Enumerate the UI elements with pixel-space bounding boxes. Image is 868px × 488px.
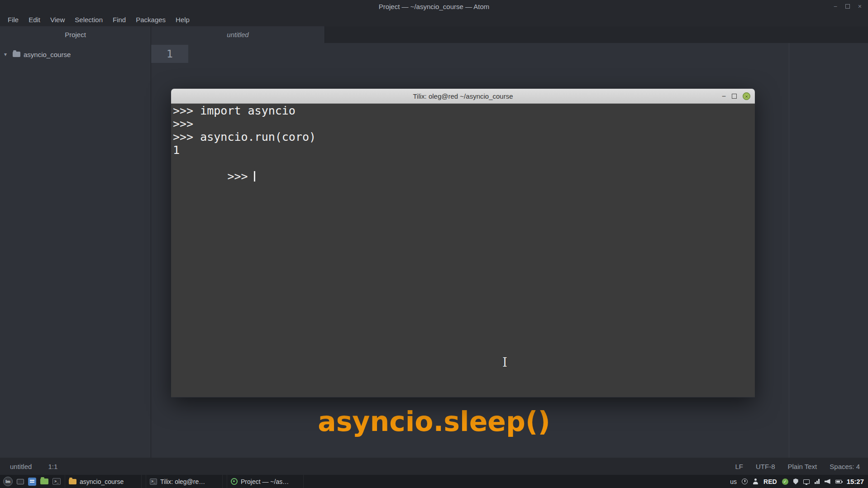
menu-packages[interactable]: Packages [131,16,171,24]
tree-item-label: asyncio_course [24,51,71,58]
network-icon[interactable] [803,479,810,484]
tree-view-panel: Project ▾ asyncio_course [0,26,151,458]
battery-icon[interactable] [835,480,842,483]
terminal-launcher-icon[interactable]: >_ [52,478,61,485]
status-file-name: untitled [10,463,32,470]
menu-find[interactable]: Find [108,16,131,24]
shield-icon[interactable] [793,478,798,484]
tree-view-header: Project [0,26,151,43]
terminal-restore-icon[interactable] [732,94,737,99]
terminal-prompt: >>> [227,170,248,183]
taskbar-window-label: asyncio_course [80,478,124,485]
terminal-close-icon[interactable]: × [743,92,750,100]
status-bar-left: untitled 1:1 [10,463,57,470]
atom-window-title: Project — ~/asyncio_course — Atom [379,3,490,10]
status-line-ending[interactable]: LF [735,463,744,470]
menu-file[interactable]: File [3,16,24,24]
system-tray: us RED ✓ 15:27 [730,478,865,485]
folder-icon [69,479,76,484]
keyboard-layout-indicator[interactable]: us [730,478,737,485]
terminal-output-area[interactable]: >>> import asyncio >>> >>> asyncio.run(c… [171,104,755,397]
status-grammar[interactable]: Plain Text [788,463,817,470]
terminal-titlebar[interactable]: Tilix: oleg@red ~/asyncio_course − × [171,89,755,104]
show-desktop-icon[interactable] [17,479,24,484]
taskbar-window-tilix[interactable]: >_ Tilix: oleg@re… [146,475,223,488]
close-glyph: × [745,94,748,99]
mint-menu-icon[interactable]: lm [3,477,13,486]
atom-icon [231,478,238,485]
tree-item-asyncio-course[interactable]: ▾ asyncio_course [0,48,151,60]
taskbar-window-files[interactable]: asyncio_course [65,475,142,488]
status-bar-right: LF UTF-8 Plain Text Spaces: 4 [735,463,860,470]
terminal-line: >>> asyncio.run(coro) [173,130,753,144]
gutter-line-number: 1 [151,45,188,63]
status-indent[interactable]: Spaces: 4 [830,463,860,470]
text-cursor-pointer: I [502,355,507,370]
hostname-label[interactable]: RED [763,478,777,485]
status-encoding[interactable]: UTF-8 [756,463,775,470]
atom-menubar: File Edit View Selection Find Packages H… [0,13,868,26]
clock-time[interactable]: 15:27 [847,478,864,485]
user-icon[interactable] [753,478,758,484]
terminal-line: >>> [173,117,753,130]
alarm-clock-icon[interactable] [742,478,748,484]
caption-overlay: asyncio.sleep() [0,407,868,436]
atom-close-icon[interactable]: × [858,3,862,10]
taskbar-window-label: Project — ~/as… [241,478,289,485]
tab-untitled[interactable]: untitled [151,26,325,43]
system-taskbar: lm >_ asyncio_course >_ Tilix: oleg@re… … [0,475,868,488]
terminal-prompt-line: >>> [173,157,753,196]
terminal-line: >>> import asyncio [173,104,753,117]
terminal-caret [254,171,255,182]
wrap-guide-line [789,43,789,458]
terminal-minimize-icon[interactable]: − [722,94,726,99]
folder-icon [13,52,20,57]
desktop-screen: Project — ~/asyncio_course — Atom − × Fi… [0,0,868,488]
atom-status-bar: untitled 1:1 LF UTF-8 Plain Text Spaces:… [0,458,868,475]
atom-window-controls: − × [834,0,862,13]
status-cursor-position[interactable]: 1:1 [48,463,57,470]
terminal-window-controls: − × [722,89,750,104]
atom-titlebar[interactable]: Project — ~/asyncio_course — Atom − × [0,0,868,13]
menu-edit[interactable]: Edit [24,16,45,24]
editor-tab-bar: untitled [152,26,868,43]
caption-text: asyncio.sleep() [318,406,550,437]
terminal-window[interactable]: Tilix: oleg@red ~/asyncio_course − × >>>… [171,89,755,397]
text-editor-launcher-icon[interactable] [28,478,36,486]
terminal-icon: >_ [150,478,157,485]
tab-label: untitled [227,31,248,38]
taskbar-window-label: Tilix: oleg@re… [160,478,205,485]
signal-strength-icon[interactable] [815,479,820,484]
menu-selection[interactable]: Selection [70,16,108,24]
atom-maximize-icon[interactable] [845,4,850,9]
volume-icon[interactable] [825,479,830,484]
chevron-down-icon[interactable]: ▾ [4,51,10,57]
terminal-line: 1 [173,144,753,157]
terminal-title: Tilix: oleg@red ~/asyncio_course [413,92,513,100]
update-manager-icon[interactable]: ✓ [782,478,788,485]
menu-help[interactable]: Help [171,16,195,24]
taskbar-window-atom[interactable]: Project — ~/as… [227,475,304,488]
atom-minimize-icon[interactable]: − [834,3,837,10]
menu-view[interactable]: View [45,16,70,24]
file-manager-launcher-icon[interactable] [40,478,48,484]
